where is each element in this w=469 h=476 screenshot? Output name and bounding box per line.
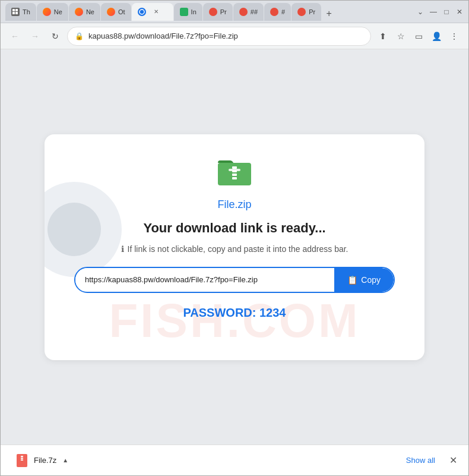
- download-item[interactable]: File.7z ▲: [8, 450, 75, 471]
- copy-button[interactable]: 📋 Copy: [334, 268, 394, 292]
- tab-1-label: Th: [23, 8, 30, 15]
- reload-button[interactable]: ↻: [47, 28, 64, 45]
- copy-icon: 📋: [347, 275, 357, 285]
- decorative-avatar-inner: [47, 203, 101, 256]
- download-bar-close-button[interactable]: ✕: [445, 452, 461, 469]
- file-name: File.zip: [217, 198, 251, 211]
- tab-5-close[interactable]: ✕: [152, 8, 160, 16]
- tab-4[interactable]: Ot: [101, 3, 131, 21]
- tab-10[interactable]: Pr: [291, 3, 321, 21]
- tab-strip: Th Ne Ne Ot ✕: [5, 3, 411, 21]
- svg-point-4: [140, 10, 144, 14]
- tab-3[interactable]: Ne: [69, 3, 100, 21]
- tab-9[interactable]: #: [264, 3, 291, 21]
- download-chevron-icon: ▲: [62, 457, 68, 464]
- maximize-button[interactable]: □: [442, 8, 451, 16]
- tab-9-label: #: [281, 8, 285, 15]
- tab-3-label: Ne: [86, 8, 94, 15]
- svg-rect-9: [232, 174, 237, 176]
- sidebar-button[interactable]: ▭: [410, 28, 427, 45]
- svg-rect-16: [21, 459, 23, 461]
- tab-7-label: Pr: [220, 8, 227, 15]
- address-text: kapuas88.pw/download/File.7z?fpo=File.zi…: [88, 31, 363, 40]
- profile-button[interactable]: 👤: [428, 28, 445, 45]
- tab-6-label: In: [191, 8, 197, 15]
- lock-icon: 🔒: [75, 32, 84, 40]
- menu-button[interactable]: ⋮: [446, 28, 462, 45]
- download-file-icon: [15, 453, 29, 468]
- toolbar-actions: ⬆ ☆ ▭ 👤 ⋮: [375, 28, 462, 45]
- show-all-button[interactable]: Show all: [401, 452, 440, 468]
- back-button[interactable]: ←: [7, 28, 23, 45]
- minimize-button[interactable]: —: [429, 8, 438, 16]
- address-bar[interactable]: 🔒 kapuas88.pw/download/File.7z?fpo=File.…: [67, 27, 371, 46]
- info-text: ℹ If link is not clickable, copy and pas…: [121, 244, 348, 254]
- share-button[interactable]: ⬆: [375, 28, 391, 45]
- browser-window: Th Ne Ne Ot ✕: [0, 0, 469, 476]
- tab-8[interactable]: ##: [233, 3, 264, 21]
- download-title: Your download link is ready...: [143, 220, 325, 236]
- tab-1[interactable]: Th: [5, 3, 36, 21]
- svg-rect-10: [232, 177, 237, 179]
- file-icon-wrapper: [216, 152, 253, 193]
- page-content: FISH.COM: [1, 49, 468, 445]
- svg-rect-1: [15, 9, 18, 11]
- folder-zip-icon: [216, 152, 253, 190]
- download-filename: File.7z: [34, 456, 56, 465]
- close-button[interactable]: ✕: [455, 8, 464, 16]
- info-text-label: If link is not clickable, copy and paste…: [128, 244, 348, 254]
- copy-button-label: Copy: [361, 275, 381, 285]
- svg-rect-14: [21, 456, 23, 457]
- download-bar: File.7z ▲ Show all ✕: [1, 445, 468, 475]
- decorative-avatar: [45, 182, 122, 277]
- svg-rect-0: [12, 9, 15, 11]
- svg-rect-2: [12, 12, 15, 14]
- tab-2[interactable]: Ne: [37, 3, 68, 21]
- svg-rect-15: [21, 458, 23, 459]
- tab-4-label: Ot: [118, 8, 125, 15]
- svg-rect-11: [229, 169, 240, 171]
- info-icon: ℹ: [121, 244, 124, 254]
- svg-rect-3: [15, 12, 18, 14]
- window-controls: ⌄ — □ ✕: [416, 8, 464, 16]
- tab-6[interactable]: In: [174, 3, 202, 21]
- content-card: FISH.COM: [45, 134, 424, 360]
- chevron-down-button[interactable]: ⌄: [416, 8, 424, 16]
- tab-8-label: ##: [251, 8, 258, 15]
- url-display: https://kapuas88.pw/download/File.7z?fpo…: [75, 268, 334, 291]
- tab-5-active[interactable]: ✕: [132, 3, 173, 21]
- password-display: PASSWORD: 1234: [183, 306, 286, 320]
- forward-button[interactable]: →: [27, 28, 43, 45]
- toolbar: ← → ↻ 🔒 kapuas88.pw/download/File.7z?fpo…: [1, 23, 468, 49]
- tab-10-label: Pr: [309, 8, 315, 15]
- url-row: https://kapuas88.pw/download/File.7z?fpo…: [74, 267, 395, 293]
- title-bar: Th Ne Ne Ot ✕: [1, 1, 468, 23]
- bookmark-button[interactable]: ☆: [392, 28, 409, 45]
- svg-rect-7: [232, 166, 237, 169]
- watermark: FISH.COM: [109, 294, 360, 348]
- tab-7[interactable]: Pr: [203, 3, 233, 21]
- tab-2-label: Ne: [54, 8, 62, 15]
- new-tab-button[interactable]: +: [322, 7, 336, 21]
